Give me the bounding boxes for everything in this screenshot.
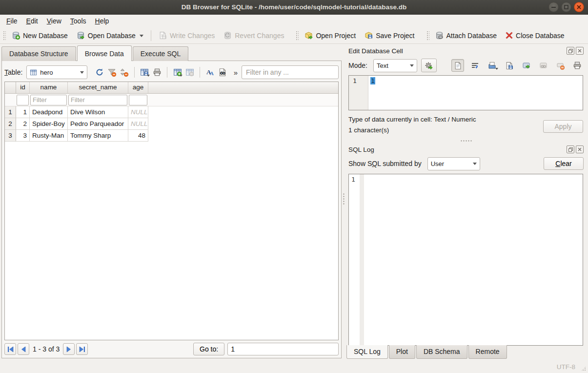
print-cell-icon[interactable] bbox=[571, 59, 584, 72]
goto-input[interactable] bbox=[227, 343, 339, 355]
float-dock-icon[interactable] bbox=[567, 47, 574, 55]
chevron-down-icon bbox=[140, 35, 143, 39]
cell-info: Type of data currently in cell: Text / N… bbox=[346, 110, 584, 139]
export-data-icon[interactable] bbox=[520, 59, 532, 72]
clear-filters-icon[interactable] bbox=[107, 66, 117, 79]
edit-display-format-icon[interactable]: AA bbox=[205, 66, 215, 79]
refresh-icon[interactable] bbox=[94, 66, 104, 79]
revert-changes-button: Revert Changes bbox=[219, 29, 288, 42]
browse-data-pane: Database Structure Browse Data Execute S… bbox=[0, 44, 342, 360]
vertical-splitter[interactable] bbox=[342, 44, 346, 360]
print-table-icon[interactable] bbox=[152, 66, 162, 79]
close-database-button[interactable]: Close Database bbox=[501, 29, 569, 42]
import-data-icon[interactable] bbox=[486, 59, 498, 72]
svg-text:A: A bbox=[210, 70, 214, 76]
export-table-icon[interactable] bbox=[140, 66, 150, 79]
table-row[interactable]: 1 1 Deadpond Dive Wilson NULL bbox=[5, 106, 338, 118]
encoding-label[interactable]: UTF-8 bbox=[557, 363, 575, 371]
save-project-button[interactable]: Save Project bbox=[360, 29, 419, 42]
new-database-button[interactable]: New Database bbox=[7, 29, 72, 42]
insert-record-icon[interactable] bbox=[172, 66, 182, 79]
menu-file[interactable]: File bbox=[2, 16, 22, 26]
apply-settings-icon[interactable] bbox=[421, 59, 437, 72]
selected-text: 1 bbox=[370, 77, 375, 84]
dock-tab-bar: SQL Log Plot DB Schema Remote bbox=[346, 346, 584, 360]
write-changes-icon bbox=[159, 31, 167, 40]
mode-select[interactable]: Text bbox=[373, 59, 417, 72]
filter-any-input[interactable] bbox=[242, 65, 339, 79]
close-button[interactable] bbox=[574, 2, 584, 12]
filter-secret-name-input[interactable] bbox=[68, 95, 127, 105]
menu-tools[interactable]: Tools bbox=[66, 16, 91, 26]
previous-page-icon[interactable] bbox=[18, 343, 29, 355]
toolbar-grip[interactable] bbox=[2, 30, 6, 41]
browse-data-frame: Table: hero bbox=[1, 61, 342, 358]
sql-source-select[interactable]: User bbox=[427, 157, 480, 170]
find-in-table-icon[interactable] bbox=[218, 66, 228, 79]
table-toolbar: Table: hero bbox=[4, 63, 339, 82]
attach-database-icon bbox=[435, 31, 444, 40]
tab-execute-sql[interactable]: Execute SQL bbox=[133, 46, 189, 61]
menu-help[interactable]: Help bbox=[91, 16, 114, 26]
last-page-icon[interactable] bbox=[76, 343, 88, 355]
clear-sort-icon[interactable] bbox=[119, 66, 129, 79]
more-chevron-icon[interactable]: » bbox=[234, 68, 238, 77]
table-icon bbox=[30, 69, 37, 76]
clear-log-button[interactable]: Clear bbox=[544, 157, 584, 170]
table-row[interactable]: 3 3 Rusty-Man Tommy Sharp 48 bbox=[5, 130, 338, 142]
filter-name-input[interactable] bbox=[30, 95, 67, 105]
attach-database-button[interactable]: Attach Database bbox=[431, 29, 502, 42]
close-dock-icon[interactable] bbox=[576, 145, 584, 153]
dock-pane: Edit Database Cell Mode: Text bbox=[346, 44, 588, 360]
goto-button[interactable]: Go to: bbox=[193, 343, 224, 355]
tab-database-structure[interactable]: Database Structure bbox=[1, 46, 76, 61]
horizontal-splitter[interactable] bbox=[346, 139, 584, 144]
close-dock-icon[interactable] bbox=[576, 47, 584, 55]
table-row[interactable]: 2 2 Spider-Boy Pedro Parqueador NULL bbox=[5, 118, 338, 130]
maximize-button[interactable] bbox=[561, 2, 571, 12]
open-database-button[interactable]: Open Database bbox=[72, 29, 148, 42]
tab-db-schema[interactable]: DB Schema bbox=[416, 345, 467, 359]
column-header-name[interactable]: name bbox=[30, 82, 68, 94]
word-wrap-icon[interactable] bbox=[468, 59, 481, 72]
titlebar[interactable]: DB Browser for SQLite - /home/user/code/… bbox=[0, 0, 588, 15]
tab-remote[interactable]: Remote bbox=[468, 345, 507, 359]
sql-log-view[interactable]: 1 bbox=[348, 174, 583, 346]
tab-plot[interactable]: Plot bbox=[389, 345, 415, 359]
save-data-icon[interactable] bbox=[503, 59, 515, 72]
text-mode-icon[interactable] bbox=[451, 59, 464, 72]
menu-edit[interactable]: Edit bbox=[22, 16, 42, 26]
tab-sql-log[interactable]: SQL Log bbox=[346, 345, 388, 359]
sql-log-dock-title: SQL Log bbox=[346, 144, 584, 155]
minimize-button[interactable] bbox=[548, 2, 559, 12]
data-grid[interactable]: id name secret_name age bbox=[4, 82, 339, 340]
edit-cell-toolbar: Mode: Text bbox=[346, 57, 584, 74]
float-dock-icon[interactable] bbox=[567, 145, 574, 153]
column-header-secret-name[interactable]: secret_name bbox=[68, 82, 128, 94]
grid-header-row: id name secret_name age bbox=[5, 82, 338, 94]
write-changes-button: Write Changes bbox=[154, 29, 219, 42]
resize-grip-icon[interactable] bbox=[580, 365, 587, 372]
main-toolbar: New Database Open Database Write Changes… bbox=[0, 27, 588, 44]
table-select[interactable]: hero bbox=[26, 65, 87, 79]
toolbar-grip[interactable] bbox=[295, 30, 299, 41]
cell-editor[interactable]: 1 1 bbox=[348, 75, 583, 110]
first-page-icon[interactable] bbox=[4, 343, 16, 355]
column-header-age[interactable]: age bbox=[128, 82, 148, 94]
table-label: Table: bbox=[4, 68, 22, 76]
tab-browse-data[interactable]: Browse Data bbox=[77, 45, 132, 61]
grid-filter-row bbox=[5, 94, 338, 106]
open-project-button[interactable]: Open Project bbox=[300, 29, 360, 42]
toolbar-grip[interactable] bbox=[426, 30, 429, 41]
column-header-id[interactable]: id bbox=[16, 82, 30, 94]
next-page-icon[interactable] bbox=[63, 343, 75, 355]
menu-bar: File Edit View Tools Help bbox=[0, 15, 588, 27]
menu-view[interactable]: View bbox=[42, 16, 66, 26]
editor-content[interactable]: 1 bbox=[368, 76, 583, 110]
mode-label: Mode: bbox=[348, 62, 367, 69]
filter-id-input[interactable] bbox=[17, 95, 29, 105]
chevron-down-icon bbox=[147, 75, 150, 78]
sql-log-controls: Show SQL submitted by User Clear bbox=[346, 155, 584, 172]
cell-type-info: Type of data currently in cell: Text / N… bbox=[348, 114, 476, 125]
filter-age-input[interactable] bbox=[129, 95, 147, 105]
